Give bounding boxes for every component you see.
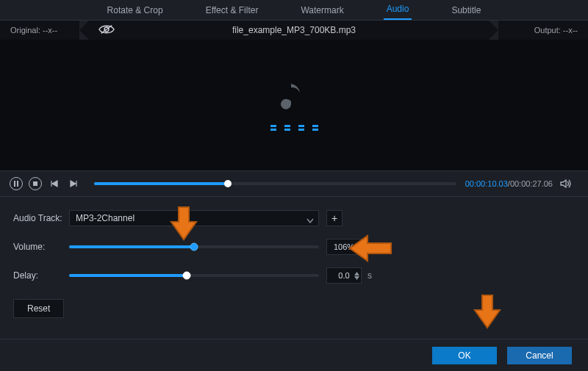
svg-rect-3 xyxy=(17,181,18,187)
ok-button[interactable]: OK xyxy=(432,347,497,364)
pause-button[interactable] xyxy=(9,176,24,191)
audio-track-label: Audio Track: xyxy=(13,213,69,223)
delay-label: Delay: xyxy=(13,270,69,281)
stop-button[interactable] xyxy=(28,176,43,191)
cancel-button[interactable]: Cancel xyxy=(507,347,572,364)
transport-bar: 00:00:10.03/00:00:27.06 xyxy=(0,170,588,197)
audio-controls: Audio Track: MP3-2Channel + Volume: 106%… xyxy=(0,197,588,324)
volume-label: Volume: xyxy=(13,242,69,252)
preview-area xyxy=(0,40,588,170)
tab-subtitle[interactable]: Subtitle xyxy=(448,1,484,20)
music-note-icon xyxy=(281,79,307,115)
tab-effect-filter[interactable]: Effect & Filter xyxy=(203,1,262,20)
equalizer-icon xyxy=(270,129,318,131)
seek-slider[interactable] xyxy=(94,182,456,185)
volume-slider[interactable] xyxy=(69,245,319,248)
delay-stepper[interactable]: 0.0 xyxy=(326,267,362,284)
svg-rect-2 xyxy=(14,181,15,187)
tab-audio[interactable]: Audio xyxy=(384,0,412,20)
reset-button[interactable]: Reset xyxy=(13,299,64,318)
dialog-footer: OK Cancel xyxy=(0,339,588,371)
time-current: 00:00:10.03 xyxy=(465,179,508,188)
add-track-button[interactable]: + xyxy=(326,210,343,226)
stepper-arrows-icon[interactable] xyxy=(354,272,359,280)
volume-value: 106% xyxy=(334,242,354,251)
time-total: 00:00:27.06 xyxy=(510,179,553,188)
next-frame-button[interactable] xyxy=(66,176,81,191)
delay-slider[interactable] xyxy=(69,274,319,277)
preview-toggle-icon[interactable] xyxy=(98,24,115,37)
stepper-arrows-icon[interactable] xyxy=(354,243,359,251)
original-label: Original: --x-- xyxy=(10,26,57,35)
timecode: 00:00:10.03/00:00:27.06 xyxy=(465,179,553,188)
delay-value: 0.0 xyxy=(338,271,349,280)
prev-frame-button[interactable] xyxy=(47,176,62,191)
volume-stepper[interactable]: 106% xyxy=(326,239,362,255)
audio-track-select[interactable]: MP3-2Channel xyxy=(69,210,319,226)
tab-rotate-crop[interactable]: Rotate & Crop xyxy=(104,1,166,20)
delay-unit: s xyxy=(368,270,372,281)
editor-tabs: Rotate & Crop Effect & Filter Watermark … xyxy=(0,0,588,21)
chevron-down-icon xyxy=(306,216,314,226)
audio-track-value: MP3-2Channel xyxy=(76,213,135,223)
volume-icon[interactable] xyxy=(559,176,573,191)
svg-rect-4 xyxy=(33,181,37,186)
output-label: Output: --x-- xyxy=(534,26,578,35)
tab-watermark[interactable]: Watermark xyxy=(298,1,346,20)
file-bar: Original: --x-- file_example_MP3_700KB.m… xyxy=(0,21,588,40)
